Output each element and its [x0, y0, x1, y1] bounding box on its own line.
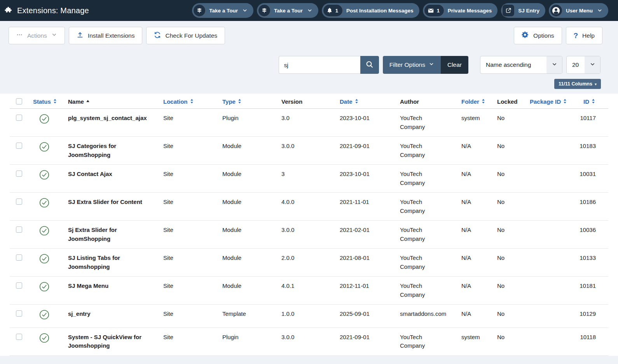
status-enabled-icon[interactable] — [39, 114, 49, 124]
cell-status — [28, 327, 63, 355]
cell-type: Module — [218, 249, 277, 277]
search-button[interactable] — [360, 56, 379, 74]
status-enabled-icon[interactable] — [39, 170, 49, 180]
count-badge: 1 — [335, 8, 338, 14]
cell-extension-name: Sj Extra Slider for JoomShopping — [63, 221, 159, 249]
column-sort-type[interactable]: Type — [222, 98, 242, 105]
row-checkbox[interactable] — [16, 143, 22, 149]
cell-type: Module — [218, 165, 277, 193]
cell-version: 3.0.0 — [277, 327, 335, 355]
cell-folder: N/A — [457, 277, 492, 305]
cell-date: 2021-08-01 — [335, 249, 395, 277]
check-for-updates-button[interactable]: Check For Updates — [146, 27, 225, 44]
count-badge: 1 — [437, 8, 440, 14]
status-enabled-icon[interactable] — [39, 226, 49, 236]
column-sort-date[interactable]: Date — [340, 98, 359, 105]
row-checkbox[interactable] — [16, 226, 22, 233]
row-checkbox[interactable] — [16, 282, 22, 289]
header-pill-take-a-tour[interactable]: Take a Tour — [257, 3, 318, 18]
signpost-icon — [258, 4, 271, 17]
status-enabled-icon[interactable] — [39, 282, 49, 292]
cell-date: 2012-11-01 — [335, 277, 395, 305]
column-sort-location[interactable]: Location — [163, 98, 194, 105]
cell-author: YouTech Company — [395, 221, 457, 249]
cell-date: 2021-09-01 — [335, 327, 395, 355]
table-row: SJ Categories for JoomShoppingSiteModule… — [10, 137, 608, 165]
cell-package-id — [525, 165, 574, 193]
signpost-icon — [193, 4, 206, 17]
column-label: ID — [583, 98, 589, 105]
row-checkbox[interactable] — [16, 171, 22, 177]
row-checkbox[interactable] — [16, 199, 22, 205]
sort-both-icon — [189, 98, 194, 105]
status-enabled-icon[interactable] — [39, 142, 49, 152]
row-checkbox[interactable] — [16, 310, 22, 317]
cell-id: 10129 — [574, 305, 608, 328]
status-enabled-icon[interactable] — [39, 198, 49, 208]
cell-locked: No — [492, 165, 525, 193]
sort-order-value: Name ascending — [480, 56, 546, 73]
cell-checkbox — [10, 277, 28, 305]
row-checkbox[interactable] — [16, 334, 22, 340]
author-text: YouTech Company — [400, 226, 440, 243]
cell-locked: No — [492, 109, 525, 137]
header-pill-private-messages[interactable]: 1Private Messages — [423, 3, 498, 18]
bell-icon: 1 — [323, 4, 343, 17]
row-checkbox[interactable] — [16, 115, 22, 121]
header-pill-user-menu[interactable]: User Menu — [549, 3, 608, 18]
help-button[interactable]: ? Help — [566, 27, 603, 44]
cell-extension-name: SJ Listing Tabs for Joomshopping — [63, 249, 159, 277]
cell-author: YouTech Company — [395, 193, 457, 221]
status-enabled-icon[interactable] — [39, 254, 49, 264]
cell-package-id — [525, 137, 574, 165]
column-sort-status[interactable]: Status — [33, 98, 58, 105]
select-all-checkbox[interactable] — [16, 98, 22, 104]
cell-extension-name: SJ Contact Ajax — [63, 165, 159, 193]
clear-button[interactable]: Clear — [441, 56, 468, 74]
column-sort-name[interactable]: Name — [68, 98, 90, 105]
header-pill-post-installation-messages[interactable]: 1Post Installation Messages — [322, 3, 419, 18]
cell-version: 3.0.0 — [277, 221, 335, 249]
author-text: YouTech Company — [400, 170, 440, 187]
header-pill-sj-entry[interactable]: SJ Entry — [501, 3, 545, 18]
cell-id: 10133 — [574, 249, 608, 277]
header-pill-take-a-tour[interactable]: Take a Tour — [192, 3, 253, 18]
options-button[interactable]: Options — [514, 27, 562, 44]
actions-button[interactable]: Actions — [9, 27, 65, 44]
extensions-table: StatusNameLocationTypeVersionDateAuthorF… — [10, 94, 608, 356]
cell-locked: No — [492, 193, 525, 221]
cell-status — [28, 193, 63, 221]
cell-locked: No — [492, 137, 525, 165]
list-limit-select[interactable]: 20 — [566, 56, 601, 74]
cell-author: YouTech Company — [395, 249, 457, 277]
cell-id: 10036 — [574, 221, 608, 249]
column-sort-id[interactable]: ID — [583, 98, 596, 105]
row-checkbox[interactable] — [16, 254, 22, 261]
cell-version: 3.0 — [277, 109, 335, 137]
column-label-author: Author — [400, 98, 419, 105]
cell-locked: No — [492, 249, 525, 277]
columns-toggle-button[interactable]: 11/11 Columns ▾ — [554, 79, 601, 89]
column-sort-package-id[interactable]: Package ID — [530, 98, 567, 105]
search-input[interactable] — [279, 56, 360, 74]
cell-folder: system — [457, 327, 492, 355]
filter-options-button[interactable]: Filter Options — [383, 56, 441, 74]
column-label: Package ID — [530, 98, 561, 105]
columns-row: 11/11 Columns ▾ — [0, 74, 618, 89]
pill-label: Take a Tour — [274, 8, 303, 14]
cell-location: Site — [159, 137, 218, 165]
cell-package-id — [525, 221, 574, 249]
table-row: plg_system_sj_contact_ajaxSitePlugin3.02… — [10, 109, 608, 137]
column-sort-folder[interactable]: Folder — [461, 98, 486, 105]
cell-checkbox — [10, 305, 28, 328]
install-extensions-button[interactable]: Install Extensions — [69, 27, 143, 44]
sort-order-select[interactable]: Name ascending — [480, 56, 562, 74]
status-enabled-icon[interactable] — [39, 333, 49, 343]
options-label: Options — [533, 32, 554, 39]
column-label: Location — [163, 98, 188, 105]
cell-locked: No — [492, 277, 525, 305]
cell-package-id — [525, 277, 574, 305]
header-menu: Take a TourTake a Tour1Post Installation… — [192, 3, 608, 18]
cell-location: Site — [159, 305, 218, 328]
status-enabled-icon[interactable] — [39, 310, 49, 320]
